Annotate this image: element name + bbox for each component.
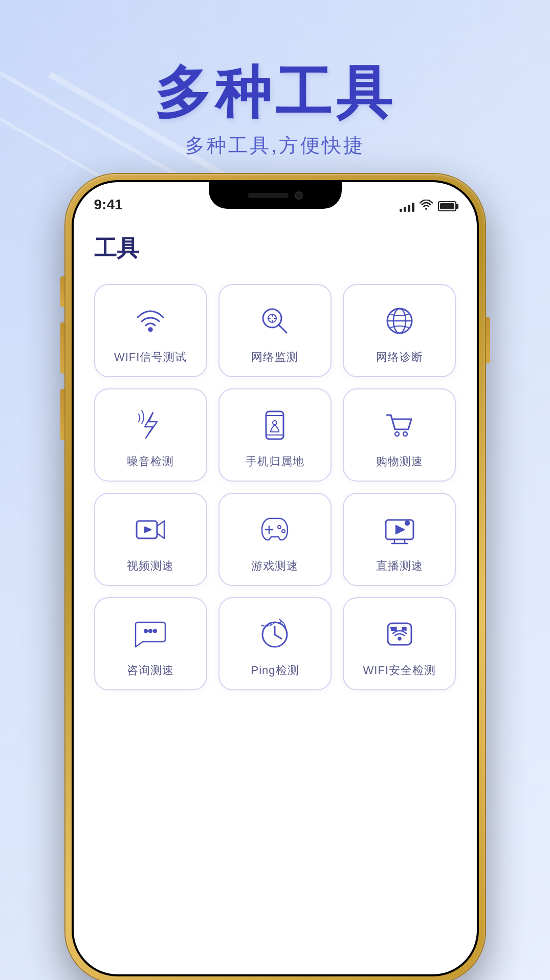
clock-icon	[254, 614, 295, 655]
phone-inner: 9:41	[72, 180, 479, 976]
tool-consult-speed[interactable]: 咨询测速	[94, 597, 207, 690]
svg-point-12	[395, 432, 399, 436]
signal-bar-2	[404, 207, 406, 212]
svg-point-18	[282, 530, 285, 533]
status-icons	[400, 200, 456, 213]
phone-mockup: 9:41	[65, 174, 485, 980]
tool-phone-location-label: 手机归属地	[246, 454, 304, 469]
tool-network-diagnose-label: 网络诊断	[376, 350, 423, 365]
svg-point-26	[153, 629, 157, 633]
tool-video-speed[interactable]: 视频测速	[94, 493, 207, 586]
svg-line-29	[275, 635, 281, 639]
cart-icon	[379, 405, 420, 446]
svg-point-0	[425, 208, 427, 210]
svg-point-31	[398, 638, 401, 640]
tool-consult-speed-label: 咨询测速	[127, 663, 174, 678]
phone-frame: 9:41	[65, 174, 485, 980]
wifi-shield-icon: WI FI	[379, 614, 420, 655]
tool-game-speed-label: 游戏测速	[251, 558, 298, 574]
tv-icon	[379, 509, 420, 550]
svg-point-11	[273, 421, 277, 425]
tool-live-speed-label: 直播测速	[376, 558, 423, 574]
power-button	[486, 317, 490, 363]
svg-text:FI: FI	[402, 626, 406, 631]
tool-game-speed[interactable]: 游戏测速	[218, 493, 332, 586]
tools-grid: WIFI信号测试	[94, 284, 456, 690]
screen-content: 工具 WIFI	[74, 218, 477, 974]
tool-network-monitor[interactable]: 网络监测	[218, 284, 332, 377]
svg-point-1	[149, 328, 152, 332]
tool-ping-check[interactable]: Ping检测	[218, 597, 332, 690]
tool-shopping-speed[interactable]: 购物测速	[343, 388, 456, 482]
signal-bar-3	[408, 205, 410, 212]
page-title: 工具	[94, 218, 456, 264]
svg-point-13	[403, 432, 407, 436]
status-time: 9:41	[94, 197, 123, 213]
tool-noise-detect[interactable]: 噪音检测	[94, 388, 207, 482]
svg-text:WI: WI	[391, 626, 397, 631]
mute-button	[60, 276, 64, 307]
signal-icon	[400, 201, 414, 212]
battery-fill	[440, 203, 454, 209]
noise-icon	[130, 405, 171, 446]
network-search-icon	[254, 300, 295, 341]
svg-point-25	[149, 629, 152, 633]
tool-noise-detect-label: 噪音检测	[127, 454, 174, 469]
svg-point-24	[144, 629, 147, 633]
tool-shopping-speed-label: 购物测速	[376, 454, 423, 469]
tool-network-diagnose[interactable]: 网络诊断	[343, 284, 456, 377]
hero-title: 多种工具	[155, 61, 396, 123]
tool-wifi-test-label: WIFI信号测试	[114, 350, 187, 365]
volume-up-button	[60, 322, 64, 374]
wifi-icon	[130, 300, 171, 341]
video-icon	[130, 509, 171, 550]
tool-ping-check-label: Ping检测	[251, 663, 299, 678]
tool-video-speed-label: 视频测速	[127, 558, 174, 574]
tool-wifi-security-label: WIFI安全检测	[363, 663, 436, 678]
gamepad-icon	[254, 509, 295, 550]
hero-subtitle: 多种工具,方便快捷	[185, 133, 365, 159]
camera	[295, 191, 303, 200]
tool-live-speed[interactable]: 直播测速	[343, 493, 456, 586]
signal-bar-1	[400, 209, 402, 212]
svg-point-17	[278, 526, 281, 529]
speaker	[248, 193, 289, 198]
chat-icon	[130, 614, 171, 655]
signal-bar-4	[412, 203, 414, 212]
globe-icon	[379, 300, 420, 341]
notch	[209, 182, 342, 209]
tool-network-monitor-label: 网络监测	[251, 350, 298, 365]
tool-wifi-test[interactable]: WIFI信号测试	[94, 284, 207, 377]
svg-point-23	[405, 521, 409, 525]
volume-down-button	[60, 389, 64, 440]
tool-wifi-security[interactable]: WI FI WIFI安全检测	[343, 597, 456, 690]
svg-line-3	[278, 324, 287, 333]
battery-icon	[438, 201, 456, 211]
phone-pin-icon	[254, 405, 295, 446]
phone-screen: 9:41	[74, 182, 477, 974]
tool-phone-location[interactable]: 手机归属地	[218, 388, 332, 482]
wifi-status-icon	[420, 200, 433, 213]
